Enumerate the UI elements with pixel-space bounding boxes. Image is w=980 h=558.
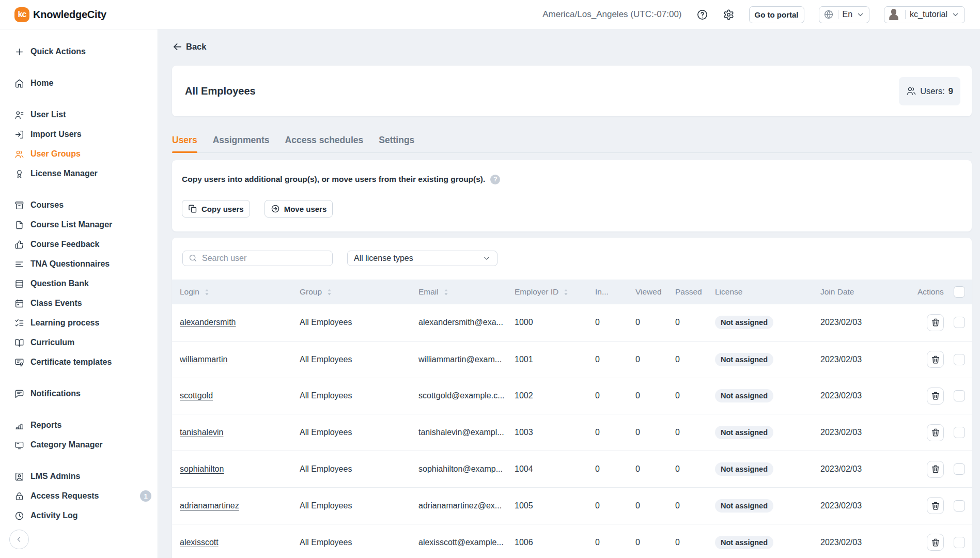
row-checkbox[interactable] xyxy=(954,427,965,438)
cell-group: All Employees xyxy=(300,538,418,547)
login-link[interactable]: alexandersmith xyxy=(180,318,236,327)
settings-button[interactable] xyxy=(723,9,735,21)
move-users-label: Move users xyxy=(284,205,327,213)
delete-user-button[interactable] xyxy=(927,534,944,551)
row-checkbox[interactable] xyxy=(954,317,965,328)
trash-icon xyxy=(931,391,940,400)
sidebar-item-notifications[interactable]: Notifications xyxy=(0,384,158,404)
sidebar-item-import-users[interactable]: Import Users xyxy=(0,125,158,144)
back-link[interactable]: Back xyxy=(172,40,206,53)
copy-users-label: Copy users xyxy=(201,205,244,213)
copy-users-button[interactable]: Copy users xyxy=(182,200,250,218)
delete-user-button[interactable] xyxy=(927,351,944,368)
tab-settings[interactable]: Settings xyxy=(379,135,414,152)
sidebar-item-course-feedback[interactable]: Course Feedback xyxy=(0,235,158,254)
column-header-actions: Actions xyxy=(917,286,972,298)
table-row: williammartinAll Employeeswilliammartin@… xyxy=(172,341,972,378)
login-link[interactable]: adrianamartinez xyxy=(180,501,239,510)
column-header-group[interactable]: Group xyxy=(300,287,418,297)
delete-user-button[interactable] xyxy=(927,424,944,441)
sidebar-item-label: Class Events xyxy=(30,299,82,308)
row-checkbox[interactable] xyxy=(954,354,965,365)
user-menu[interactable]: kc_tutorial xyxy=(884,6,965,23)
language-selector[interactable]: En xyxy=(819,6,870,23)
users-count-chip: Users: 9 xyxy=(899,77,960,105)
delete-user-button[interactable] xyxy=(927,388,944,405)
sidebar-item-curriculum[interactable]: Curriculum xyxy=(0,333,158,352)
delete-user-button[interactable] xyxy=(927,314,944,331)
row-checkbox[interactable] xyxy=(954,390,965,401)
tab-users[interactable]: Users xyxy=(172,135,197,152)
sidebar-item-license-manager[interactable]: License Manager xyxy=(0,164,158,183)
go-to-portal-button[interactable]: Go to portal xyxy=(749,6,804,23)
column-label: Join Date xyxy=(820,287,854,297)
users-icon xyxy=(906,86,916,96)
sort-icon[interactable] xyxy=(444,288,448,296)
brand-logo[interactable]: kc KnowledgeCity xyxy=(14,7,106,22)
row-checkbox[interactable] xyxy=(954,500,965,512)
sort-icon[interactable] xyxy=(327,288,332,296)
users-icon xyxy=(14,149,24,159)
login-link[interactable]: alexisscott xyxy=(180,538,219,547)
login-link[interactable]: sophiahilton xyxy=(180,464,224,473)
sidebar-item-access-requests[interactable]: Access Requests1 xyxy=(0,486,158,506)
column-header-login[interactable]: Login xyxy=(172,287,300,297)
sidebar-item-learning-process[interactable]: Learning process xyxy=(0,313,158,333)
trash-icon xyxy=(931,538,940,547)
row-checkbox[interactable] xyxy=(954,463,965,475)
sidebar-item-activity-log[interactable]: Activity Log xyxy=(0,506,158,525)
select-all-checkbox[interactable] xyxy=(954,286,965,298)
cell-in-progress: 0 xyxy=(595,391,635,400)
cell-employer-id: 1001 xyxy=(515,355,595,364)
login-link[interactable]: scottgold xyxy=(180,391,213,400)
license-status-badge: Not assigned xyxy=(715,536,773,549)
search-icon xyxy=(189,254,197,262)
table-row: scottgoldAll Employeesscottgold@example.… xyxy=(172,378,972,414)
help-button[interactable] xyxy=(696,9,708,21)
cell-actions xyxy=(917,388,972,405)
tab-assignments[interactable]: Assignments xyxy=(213,135,270,152)
cell-license: Not assigned xyxy=(715,499,820,513)
cell-actions xyxy=(917,314,972,331)
sidebar-item-label: Certificate templates xyxy=(30,358,112,367)
sidebar-item-course-list-manager[interactable]: Course List Manager xyxy=(0,215,158,235)
cell-passed: 0 xyxy=(675,464,715,474)
sidebar-item-reports[interactable]: Reports xyxy=(0,415,158,435)
sidebar-item-tna-questionnaires[interactable]: TNA Questionnaires xyxy=(0,254,158,274)
column-label: In... xyxy=(595,287,609,297)
cell-license: Not assigned xyxy=(715,426,820,439)
tab-access-schedules[interactable]: Access schedules xyxy=(285,135,364,152)
sidebar-item-class-events[interactable]: Class Events xyxy=(0,293,158,313)
sidebar-collapse-button[interactable] xyxy=(9,530,29,549)
delete-user-button[interactable] xyxy=(927,461,944,478)
book-open-icon xyxy=(14,338,24,348)
move-users-button[interactable]: Move users xyxy=(265,200,333,218)
license-type-select[interactable]: All license types xyxy=(347,251,497,266)
sidebar-group: LMS AdminsAccess Requests1Activity Log xyxy=(0,467,158,525)
row-checkbox[interactable] xyxy=(954,537,965,548)
cell-actions xyxy=(917,424,972,441)
sort-icon[interactable] xyxy=(564,288,568,296)
delete-user-button[interactable] xyxy=(927,497,944,514)
sidebar-item-courses[interactable]: Courses xyxy=(0,195,158,215)
sidebar-item-question-bank[interactable]: Question Bank xyxy=(0,274,158,293)
login-link[interactable]: williammartin xyxy=(180,355,227,364)
sidebar-item-user-groups[interactable]: User Groups xyxy=(0,144,158,164)
cell-group: All Employees xyxy=(300,391,418,400)
column-header-employer-id[interactable]: Employer ID xyxy=(515,287,595,297)
help-circle-icon[interactable]: ? xyxy=(490,175,500,184)
sidebar-item-quick-actions[interactable]: Quick Actions xyxy=(0,42,158,61)
sidebar-item-category-manager[interactable]: Category Manager xyxy=(0,435,158,455)
sidebar-item-home[interactable]: Home xyxy=(0,73,158,93)
sidebar-item-certificate-templates[interactable]: Certificate templates xyxy=(0,352,158,372)
sort-icon[interactable] xyxy=(205,288,209,296)
search-box xyxy=(182,251,333,266)
sidebar-item-user-list[interactable]: User List xyxy=(0,105,158,125)
cell-login: alexandersmith xyxy=(172,318,300,327)
login-link[interactable]: tanishalevin xyxy=(180,428,224,437)
table-row: alexisscottAll Employeesalexisscott@exam… xyxy=(172,524,972,558)
search-input[interactable] xyxy=(182,251,333,266)
cell-viewed: 0 xyxy=(635,355,675,364)
sidebar-item-lms-admins[interactable]: LMS Admins xyxy=(0,467,158,486)
column-header-email[interactable]: Email xyxy=(418,287,515,297)
